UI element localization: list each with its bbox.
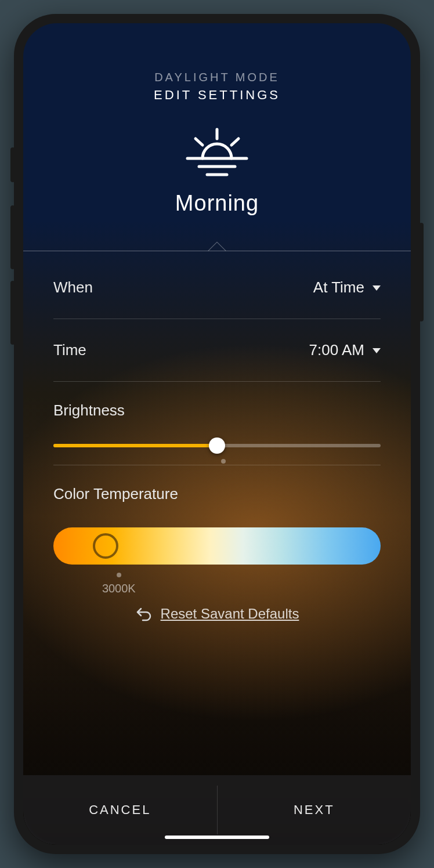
reset-button[interactable]: Reset Savant Defaults xyxy=(53,605,381,623)
brightness-slider[interactable] xyxy=(53,444,381,447)
header: DAYLIGHT MODE EDIT SETTINGS Morning xyxy=(23,23,411,216)
bottom-bar: CANCEL NEXT xyxy=(23,775,411,845)
header-eyebrow: DAYLIGHT MODE xyxy=(23,71,411,84)
brightness-default-marker xyxy=(221,459,226,464)
color-temp-slider[interactable]: 3000K xyxy=(53,527,381,565)
mode-name: Morning xyxy=(23,191,411,216)
page-title: EDIT SETTINGS xyxy=(23,88,411,103)
sunrise-icon xyxy=(23,126,411,178)
next-button[interactable]: NEXT xyxy=(218,775,411,845)
phone-frame: DAYLIGHT MODE EDIT SETTINGS Morning xyxy=(14,14,420,854)
phone-side-button xyxy=(10,147,15,182)
phone-side-button xyxy=(10,205,15,269)
phone-side-button xyxy=(419,223,424,321)
time-row[interactable]: Time 7:00 AM xyxy=(53,319,381,382)
color-temp-label: Color Temperature xyxy=(53,485,381,503)
reset-label: Reset Savant Defaults xyxy=(161,606,299,622)
brightness-section: Brightness xyxy=(53,382,381,465)
cancel-button[interactable]: CANCEL xyxy=(23,775,217,845)
screen: DAYLIGHT MODE EDIT SETTINGS Morning xyxy=(23,23,411,845)
undo-icon xyxy=(135,605,153,623)
color-temp-default-marker: 3000K xyxy=(102,573,136,595)
phone-side-button xyxy=(10,281,15,345)
time-value: 7:00 AM xyxy=(309,341,364,359)
brightness-label: Brightness xyxy=(53,402,381,419)
color-temp-marker-label: 3000K xyxy=(102,582,136,595)
chevron-down-icon xyxy=(372,285,381,291)
svg-line-2 xyxy=(232,139,238,145)
when-value: At Time xyxy=(313,279,364,296)
section-pointer xyxy=(23,244,411,252)
time-label: Time xyxy=(53,341,86,359)
color-temp-section: Color Temperature 3000K xyxy=(53,465,381,565)
chevron-down-icon xyxy=(372,348,381,353)
color-temp-thumb[interactable] xyxy=(93,533,118,559)
when-row[interactable]: When At Time xyxy=(53,256,381,319)
brightness-thumb[interactable] xyxy=(209,437,225,454)
home-indicator[interactable] xyxy=(165,836,269,839)
svg-line-1 xyxy=(196,139,202,145)
when-label: When xyxy=(53,279,93,296)
